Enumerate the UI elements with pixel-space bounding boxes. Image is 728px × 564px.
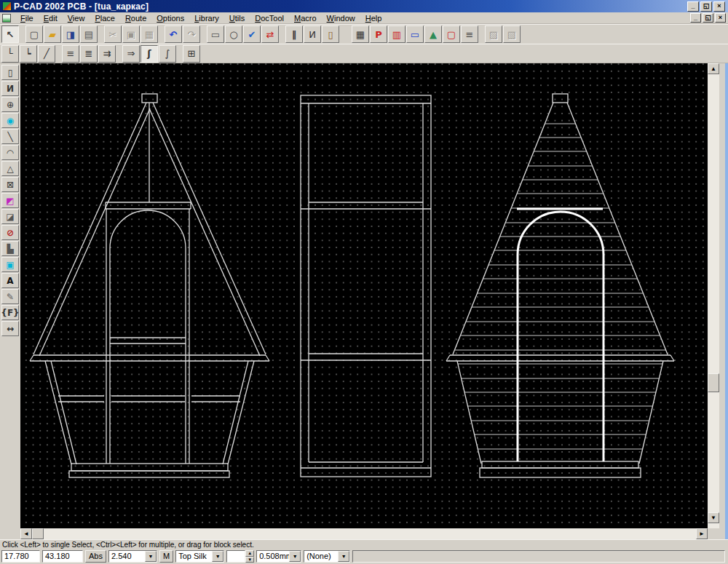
spin-down-icon[interactable]: ▼ <box>245 557 254 563</box>
place-copper-pour-button[interactable]: ◩ <box>1 193 19 208</box>
close-button[interactable]: × <box>713 1 725 12</box>
redo-button[interactable]: ↷ <box>183 25 200 43</box>
minimize-button[interactable]: _ <box>687 1 699 12</box>
layer-color-spinner[interactable]: ▲ ▼ <box>226 550 254 563</box>
image-button[interactable]: ▲ <box>424 25 442 43</box>
menu-macro[interactable]: Macro <box>289 13 322 23</box>
macro-button[interactable]: M <box>159 550 173 563</box>
menu-library[interactable]: Library <box>189 13 224 23</box>
line-width-combo[interactable]: 0.508mm ▼ <box>256 550 301 563</box>
fanout-traces-button[interactable]: ⇉ <box>98 45 116 63</box>
route-diagonal-button[interactable]: ╱ <box>38 45 55 63</box>
board-button[interactable]: ▢ <box>443 25 460 43</box>
place-field-button[interactable]: {F} <box>1 305 19 320</box>
cut-button[interactable]: ✂ <box>104 25 122 43</box>
fanout-button[interactable]: ⇒ <box>122 45 140 63</box>
bus-route-button[interactable]: ≡ <box>62 45 79 63</box>
place-arc-button[interactable]: ◠ <box>1 145 19 160</box>
menu-options[interactable]: Options <box>151 13 189 23</box>
place-line-button[interactable]: ╲ <box>1 129 19 144</box>
chip-route-button[interactable]: ⊞ <box>183 45 200 63</box>
app-icon[interactable] <box>2 1 12 11</box>
measure-button[interactable]: ▭ <box>207 25 224 43</box>
place-keepout-button[interactable]: ⊘ <box>1 225 19 240</box>
paste-button[interactable]: ▦ <box>141 25 158 43</box>
pcb-canvas[interactable] <box>20 63 708 528</box>
scroll-down-button[interactable]: ▼ <box>708 512 719 523</box>
child-minimize-button[interactable]: _ <box>690 13 701 23</box>
pause-button[interactable]: ‖ <box>285 25 303 43</box>
components-button[interactable]: Р <box>370 25 387 43</box>
select-tool[interactable]: ↖ <box>1 25 19 43</box>
horizontal-scrollbar[interactable]: ◄ ► <box>20 528 708 539</box>
scroll-left-button[interactable]: ◄ <box>20 528 32 539</box>
route-orthogonal-button[interactable]: └ <box>1 45 19 63</box>
place-plane-pour-button[interactable]: ◪ <box>1 209 19 224</box>
side-view-frame[interactable] <box>30 94 269 477</box>
undo-button[interactable]: ↶ <box>165 25 182 43</box>
spin-up-icon[interactable]: ▲ <box>245 550 254 557</box>
close-session-button[interactable]: ▯ <box>322 25 339 43</box>
place-connection-button[interactable]: И <box>1 81 19 96</box>
save-file-button[interactable]: ◨ <box>62 25 79 43</box>
spreadsheet-button[interactable]: ▦ <box>352 25 369 43</box>
vertical-scroll-thumb[interactable] <box>708 373 719 392</box>
print-button[interactable]: ▤ <box>80 25 98 43</box>
chevron-down-icon[interactable]: ▼ <box>145 551 157 562</box>
menu-view[interactable]: View <box>63 13 90 23</box>
menu-doctool[interactable]: DocTool <box>250 13 289 23</box>
place-cutout-button[interactable]: ⊠ <box>1 177 19 192</box>
place-room-button[interactable]: ▣ <box>1 257 19 272</box>
child-restore-button[interactable]: ◱ <box>703 13 713 23</box>
new-file-button[interactable]: ▢ <box>25 25 43 43</box>
clad-view-frame[interactable] <box>446 94 674 477</box>
front-view-frame[interactable] <box>301 95 431 477</box>
x-coordinate-field[interactable]: 17.780 <box>1 550 40 563</box>
menu-utils[interactable]: Utils <box>224 13 250 23</box>
tool-extra-1[interactable]: ▨ <box>485 25 502 43</box>
renumber-button[interactable]: ⇄ <box>261 25 279 43</box>
scroll-up-button[interactable]: ▲ <box>708 63 719 74</box>
place-pad-button[interactable]: ◉ <box>1 113 19 128</box>
y-coordinate-field[interactable]: 43.180 <box>42 550 83 563</box>
horizontal-scroll-thumb[interactable] <box>32 528 44 539</box>
vertical-scrollbar[interactable]: ▲ ▼ <box>708 63 719 528</box>
place-polygon-button[interactable]: △ <box>1 161 19 176</box>
chevron-down-icon[interactable]: ▼ <box>212 551 223 562</box>
menu-file[interactable]: File <box>15 13 39 23</box>
advanced-route-button[interactable]: ʃ <box>141 45 158 63</box>
place-part-button[interactable]: ▯ <box>1 65 19 80</box>
restore-button[interactable]: ◱ <box>700 1 712 12</box>
child-close-button[interactable]: × <box>715 13 726 23</box>
manual-route-button[interactable]: И <box>304 25 321 43</box>
push-trace-button[interactable]: ∫ <box>159 45 176 63</box>
place-dimension-button[interactable]: ↔ <box>1 321 19 336</box>
tool-extra-2[interactable]: ▧ <box>503 25 521 43</box>
menu-route[interactable]: Route <box>120 13 151 23</box>
grid-spacing-combo[interactable]: 2.540 ▼ <box>108 550 157 563</box>
chevron-down-icon[interactable]: ▼ <box>289 551 301 562</box>
copy-button[interactable]: ▣ <box>122 25 140 43</box>
scroll-right-button[interactable]: ► <box>696 528 708 539</box>
place-attribute-button[interactable]: ✎ <box>1 289 19 304</box>
drc-button[interactable]: ✔ <box>243 25 261 43</box>
chevron-down-icon[interactable]: ▼ <box>338 551 349 562</box>
zoom-window-button[interactable]: ○ <box>225 25 242 43</box>
patterns-button[interactable]: ▥ <box>388 25 405 43</box>
place-plane-button[interactable]: ▙ <box>1 241 19 256</box>
menu-edit[interactable]: Edit <box>39 13 63 23</box>
net-combo[interactable]: (None) ▼ <box>304 550 350 563</box>
bom-button[interactable]: ≡ <box>461 25 478 43</box>
menu-window[interactable]: Window <box>322 13 360 23</box>
abs-mode-button[interactable]: Abs <box>85 550 106 563</box>
menu-help[interactable]: Help <box>360 13 387 23</box>
multi-trace-button[interactable]: ≣ <box>80 45 98 63</box>
place-text-button[interactable]: A <box>1 273 19 288</box>
open-file-button[interactable]: ▰ <box>44 25 61 43</box>
display-button[interactable]: ▭ <box>406 25 424 43</box>
document-icon[interactable] <box>2 14 11 23</box>
layer-combo[interactable]: Top Silk ▼ <box>175 550 224 563</box>
place-via-button[interactable]: ⊕ <box>1 97 19 112</box>
menu-place[interactable]: Place <box>90 13 120 23</box>
route-segment-button[interactable]: ┕ <box>20 45 37 63</box>
